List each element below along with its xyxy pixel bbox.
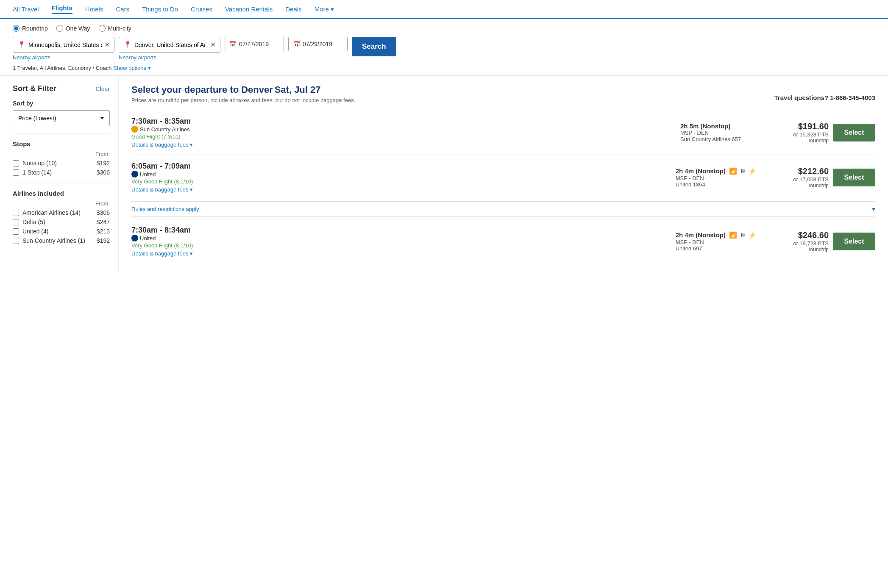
date2-wrap[interactable]: 📅 07/29/2019 bbox=[288, 37, 348, 51]
filter-nonstop: Nonstop (10) $192 bbox=[13, 160, 110, 166]
united-label[interactable]: United (4) bbox=[22, 228, 48, 235]
american-price: $306 bbox=[97, 209, 110, 216]
sun-country-checkbox[interactable] bbox=[13, 238, 19, 244]
top-navigation: All Travel Flights Hotels Cars Things to… bbox=[0, 0, 888, 19]
multicity-radio[interactable] bbox=[99, 25, 106, 32]
oneway-option[interactable]: One Way bbox=[56, 25, 90, 32]
price-main-1: $191.60 bbox=[761, 122, 829, 131]
flight-duration-time-1: 2h 5m (Nonstop) bbox=[680, 122, 757, 130]
flight-price-1: $191.60 or 15,328 PTS roundtrip bbox=[761, 122, 829, 144]
select-button-3[interactable]: Select bbox=[833, 233, 875, 250]
select-button-1[interactable]: Select bbox=[833, 124, 875, 141]
multicity-option[interactable]: Multi-city bbox=[99, 25, 131, 32]
nav-vacation-rentals[interactable]: Vacation Rentals bbox=[225, 6, 273, 13]
origin-input-wrap: 📍 ✕ bbox=[13, 37, 114, 53]
sort-by-label: Sort by bbox=[13, 100, 110, 107]
flight-rating-3: Very Good Flight (8.1/10) bbox=[131, 242, 671, 249]
filter-united: United (4) $213 bbox=[13, 228, 110, 235]
filter-divider-1 bbox=[13, 133, 110, 133]
onestop-label[interactable]: 1 Stop (14) bbox=[22, 169, 52, 176]
nav-hotels[interactable]: Hotels bbox=[85, 6, 103, 13]
search-button[interactable]: Search bbox=[352, 37, 396, 56]
destination-nearby-link[interactable]: Nearby airports bbox=[119, 54, 220, 61]
stops-from-header: From: bbox=[13, 151, 110, 157]
origin-input[interactable] bbox=[28, 42, 103, 48]
nav-cars[interactable]: Cars bbox=[116, 6, 129, 13]
flight-info-1: 7:30am - 8:35am Sun Country Airlines Goo… bbox=[131, 117, 676, 148]
flight-time-3: 7:30am - 8:34am bbox=[131, 226, 671, 235]
flight-details-link-2[interactable]: Details & baggage fees ▾ bbox=[131, 186, 193, 193]
united-checkbox[interactable] bbox=[13, 228, 19, 235]
sun-country-label[interactable]: Sun Country Airlines (1) bbox=[22, 237, 85, 244]
date2-group: 📅 07/29/2019 bbox=[288, 37, 348, 51]
flight-duration-time-2: 2h 4m (Nonstop) bbox=[676, 167, 726, 175]
nonstop-label[interactable]: Nonstop (10) bbox=[22, 160, 57, 166]
flight-price-2: $212.60 or 17,008 PTS roundtrip bbox=[761, 166, 829, 189]
flight-airline-2: United bbox=[131, 171, 671, 178]
flight-amenities-3: 📶 🖥 ⚡ bbox=[729, 231, 757, 239]
united-price: $213 bbox=[97, 228, 110, 235]
filter-title: Sort & Filter bbox=[13, 84, 56, 93]
oneway-radio[interactable] bbox=[56, 25, 63, 32]
flight-time-1: 7:30am - 8:35am bbox=[131, 117, 676, 126]
sort-select[interactable]: Price (Lowest) Price (Highest) Duration … bbox=[13, 110, 110, 126]
nav-deals[interactable]: Deals bbox=[285, 6, 301, 13]
roundtrip-option[interactable]: Roundtrip bbox=[13, 25, 48, 32]
nav-more[interactable]: More ▾ bbox=[315, 6, 334, 13]
destination-group: 📍 ✕ Nearby airports bbox=[119, 37, 220, 61]
sidebar: Sort & Filter Clear Sort by Price (Lowes… bbox=[0, 76, 119, 272]
flight-duration-1: 2h 5m (Nonstop) MSP - DEN Sun Country Ai… bbox=[680, 122, 757, 142]
onestop-checkbox[interactable] bbox=[13, 169, 19, 176]
delta-checkbox[interactable] bbox=[13, 219, 19, 225]
roundtrip-radio[interactable] bbox=[13, 25, 19, 32]
origin-nearby-link[interactable]: Nearby airports bbox=[13, 54, 114, 61]
date1-wrap[interactable]: 📅 07/27/2019 bbox=[225, 37, 284, 51]
clear-filters-link[interactable]: Clear bbox=[96, 86, 110, 92]
select-button-2[interactable]: Select bbox=[833, 169, 875, 186]
delta-price: $247 bbox=[97, 219, 110, 225]
flight-number-1: Sun Country Airlines 657 bbox=[680, 136, 757, 142]
rules-chevron-icon: ▾ bbox=[872, 205, 875, 213]
price-pts-2: or 17,008 PTS bbox=[761, 176, 829, 183]
flight-route-1: MSP - DEN bbox=[680, 130, 757, 136]
show-options-link[interactable]: Show options ▾ bbox=[113, 65, 151, 71]
flight-info-2: 6:05am - 7:09am United Very Good Flight … bbox=[131, 162, 671, 193]
american-checkbox[interactable] bbox=[13, 210, 19, 216]
united-logo-3 bbox=[131, 235, 138, 241]
flight-airline-1: Sun Country Airlines bbox=[131, 126, 676, 133]
traveler-options: 1 Traveler, All Airlines, Economy / Coac… bbox=[13, 65, 875, 71]
results-date: Sat, Jul 27 bbox=[275, 84, 321, 95]
destination-clear-icon[interactable]: ✕ bbox=[210, 41, 216, 49]
flight-number-3: United 697 bbox=[676, 245, 757, 252]
filter-american: American Airlines (14) $306 bbox=[13, 209, 110, 216]
date1-value: 07/27/2019 bbox=[239, 41, 269, 47]
onestop-price: $306 bbox=[97, 169, 110, 176]
search-section: Roundtrip One Way Multi-city 📍 ✕ Nearby … bbox=[0, 19, 888, 76]
nav-things-to-do[interactable]: Things to Do bbox=[142, 6, 178, 13]
nav-cruises[interactable]: Cruises bbox=[191, 6, 212, 13]
flight-duration-2: 2h 4m (Nonstop) 📶 🖥 ⚡ MSP - DEN United 1… bbox=[676, 167, 757, 188]
origin-clear-icon[interactable]: ✕ bbox=[104, 41, 110, 49]
flight-duration-3: 2h 4m (Nonstop) 📶 🖥 ⚡ MSP - DEN United 6… bbox=[676, 231, 757, 252]
destination-input[interactable] bbox=[134, 42, 209, 48]
flight-card-1: 7:30am - 8:35am Sun Country Airlines Goo… bbox=[131, 110, 875, 155]
filter-divider-2 bbox=[13, 183, 110, 183]
results-section: Select your departure to Denver Sat, Jul… bbox=[119, 76, 888, 272]
origin-group: 📍 ✕ Nearby airports bbox=[13, 37, 114, 61]
filter-sun-country: Sun Country Airlines (1) $192 bbox=[13, 237, 110, 244]
flight-amenities-2: 📶 🖥 ⚡ bbox=[729, 167, 757, 175]
american-label[interactable]: American Airlines (14) bbox=[22, 209, 81, 216]
delta-label[interactable]: Delta (5) bbox=[22, 219, 45, 225]
trip-type-selector: Roundtrip One Way Multi-city bbox=[13, 25, 875, 32]
price-main-2: $212.60 bbox=[761, 166, 829, 176]
nav-flights[interactable]: Flights bbox=[52, 4, 72, 14]
wifi-icon-3: 📶 bbox=[729, 231, 737, 239]
nav-all-travel[interactable]: All Travel bbox=[13, 6, 39, 13]
price-pts-3: or 19,728 PTS bbox=[761, 240, 829, 247]
nonstop-checkbox[interactable] bbox=[13, 160, 19, 166]
united-logo-2 bbox=[131, 171, 138, 178]
flight-details-link-3[interactable]: Details & baggage fees ▾ bbox=[131, 250, 193, 257]
price-main-3: $246.60 bbox=[761, 230, 829, 240]
sun-country-price: $192 bbox=[97, 237, 110, 244]
flight-details-link-1[interactable]: Details & baggage fees ▾ bbox=[131, 141, 193, 148]
